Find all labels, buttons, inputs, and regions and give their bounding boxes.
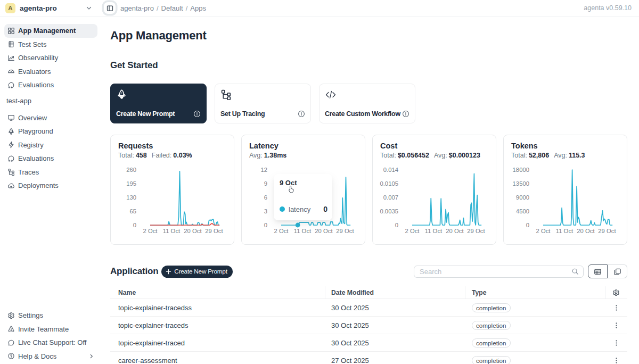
svg-text:0: 0: [395, 222, 398, 228]
type-cell: completion: [465, 321, 605, 330]
chart-card-cost: CostTotal:$0.056452Avg:$0.00012300.00350…: [372, 135, 496, 245]
row-menu-button[interactable]: [613, 322, 620, 329]
sidebar-item-settings[interactable]: Settings: [4, 309, 97, 322]
search-icon[interactable]: [571, 268, 579, 275]
table-row[interactable]: topic-explainer-traced30 Oct 2025complet…: [110, 334, 627, 352]
get-started-card-create-new-prompt[interactable]: Create New Prompt: [110, 84, 207, 123]
info-icon[interactable]: [193, 110, 201, 118]
svg-text:0: 0: [133, 222, 136, 228]
app-name-cell[interactable]: topic-explainer-tracedss: [110, 304, 325, 312]
type-tag: completion: [472, 303, 511, 312]
create-new-prompt-button[interactable]: Create New Prompt: [161, 266, 232, 278]
type-cell: completion: [465, 338, 605, 348]
topbar: agenta-pro/ Default/ Apps agenta v0.59.1…: [99, 0, 639, 16]
sidebar-footer-menu: SettingsInvite TeammateLive Chat Support…: [4, 309, 97, 363]
get-started-card-label: Set Up Tracing: [220, 110, 265, 118]
svg-text:0.0035: 0.0035: [380, 208, 398, 214]
sidebar-item-test-sets[interactable]: Test Sets: [4, 38, 97, 52]
testsets-icon: [7, 40, 15, 48]
sidebar-item-label: Observability: [18, 54, 58, 62]
column-header-type[interactable]: Type: [465, 289, 605, 296]
chart-tooltip: 9 Octlatency0: [274, 174, 332, 220]
breadcrumb-project[interactable]: Default: [161, 4, 183, 12]
sidebar-item-registry[interactable]: Registry: [4, 138, 97, 152]
tooltip-series-name: latency: [289, 205, 320, 213]
sidebar-item-playground[interactable]: Playground: [4, 125, 97, 138]
date-modified-cell: 27 Oct 2025: [325, 357, 465, 364]
table-body: topic-explainer-tracedss30 Oct 2025compl…: [110, 299, 627, 364]
breadcrumb-page[interactable]: Apps: [190, 4, 206, 12]
svg-text:2 Oct: 2 Oct: [274, 228, 289, 234]
sidebar-item-help-docs[interactable]: Help & Docs: [4, 350, 97, 363]
sidebar-item-traces[interactable]: Traces: [4, 166, 97, 179]
info-icon[interactable]: [298, 110, 305, 118]
workspace-avatar: A: [5, 3, 15, 13]
app-name-cell[interactable]: topic-explainer-traced: [110, 339, 325, 347]
tooltip-series-row: latency0: [280, 205, 327, 213]
table-row[interactable]: career-assessment27 Oct 2025completion: [110, 352, 627, 364]
type-cell: completion: [465, 303, 605, 312]
svg-text:4500: 4500: [516, 208, 529, 214]
sidebar-collapse-button[interactable]: [104, 2, 116, 14]
table-row[interactable]: topic-explainer-traceds30 Oct 2025comple…: [110, 317, 627, 334]
tooltip-series-value: 0: [323, 205, 327, 213]
svg-text:0.007: 0.007: [383, 194, 398, 201]
svg-text:11 Oct: 11 Oct: [163, 228, 181, 234]
table-settings-gear-icon[interactable]: [612, 289, 620, 296]
svg-text:0: 0: [264, 222, 267, 228]
chart-plot-tokens[interactable]: 04500900013500180002 Oct11 Oct20 Oct29 O…: [504, 135, 628, 244]
date-modified-cell: 30 Oct 2025: [325, 339, 465, 347]
table-view-button[interactable]: [588, 264, 608, 278]
sidebar-item-label: Registry: [18, 141, 44, 149]
svg-text:20 Oct: 20 Oct: [446, 228, 464, 234]
sidebar-item-invite-teammate[interactable]: Invite Teammate: [4, 322, 97, 336]
column-header-date[interactable]: Date Modified: [325, 289, 465, 296]
sidebar-item-label: Help & Docs: [18, 352, 56, 360]
svg-text:18000: 18000: [513, 167, 529, 173]
sidebar-item-observability[interactable]: Observability: [4, 51, 97, 65]
info-icon[interactable]: [402, 110, 409, 118]
sidebar-item-overview[interactable]: Overview: [4, 111, 97, 125]
mouse-cursor-icon: [287, 185, 296, 194]
app-name-cell[interactable]: career-assessment: [110, 357, 325, 364]
svg-text:195: 195: [126, 180, 136, 187]
sidebar-item-app-management[interactable]: App Management: [4, 24, 97, 38]
type-tag: completion: [472, 321, 511, 330]
card-view-button[interactable]: [608, 264, 627, 278]
sidebar-item-deployments[interactable]: Deployments: [4, 179, 97, 193]
sidebar-item-label: Evaluators: [18, 68, 51, 76]
sidebar-item-evaluators[interactable]: Evaluators: [4, 65, 97, 79]
table-row[interactable]: topic-explainer-tracedss30 Oct 2025compl…: [110, 299, 627, 317]
code-icon: [325, 89, 337, 101]
get-started-cards: Create New PromptSet Up TracingCreate Cu…: [110, 84, 415, 123]
get-started-card-set-up-tracing[interactable]: Set Up Tracing: [215, 84, 311, 123]
sidebar-item-label: Overview: [18, 114, 47, 122]
table-header: Name Date Modified Type: [110, 286, 627, 299]
sidebar-item-evaluations[interactable]: Evaluations: [4, 78, 97, 92]
svg-text:20 Oct: 20 Oct: [577, 228, 595, 234]
svg-text:0.0105: 0.0105: [380, 180, 398, 187]
app-name-cell[interactable]: topic-explainer-traceds: [110, 321, 325, 329]
breadcrumb-workspace[interactable]: agenta-pro: [120, 4, 154, 12]
row-menu-button[interactable]: [613, 357, 620, 364]
sidebar-item-live-chat-support-off[interactable]: Live Chat Support: Off: [4, 336, 97, 350]
chart-plot-requests[interactable]: 0651301952602 Oct11 Oct20 Oct29 Oct: [111, 135, 235, 244]
sidebar-body: App ManagementTest SetsObservabilityEval…: [0, 16, 99, 364]
svg-text:13500: 13500: [513, 180, 529, 187]
row-menu-button[interactable]: [613, 340, 620, 346]
workspace-selector[interactable]: A agenta-pro: [0, 0, 99, 16]
row-menu-button[interactable]: [613, 304, 620, 311]
sidebar-item-evaluations[interactable]: Evaluations: [4, 152, 97, 166]
column-header-name[interactable]: Name: [110, 289, 325, 296]
sidebar: A agenta-pro App ManagementTest SetsObse…: [0, 0, 99, 364]
row-actions-cell: [605, 357, 627, 364]
search-input[interactable]: [420, 268, 571, 276]
type-tag: completion: [472, 356, 511, 364]
sidebar-item-label: Evaluations: [18, 154, 54, 162]
column-separator: [465, 286, 465, 299]
get-started-card-label: Create Custom Workflow: [325, 110, 400, 118]
chart-plot-cost[interactable]: 00.00350.0070.01050.0142 Oct11 Oct20 Oct…: [373, 135, 497, 244]
tree-icon: [7, 168, 15, 176]
get-started-card-create-custom-workflow[interactable]: Create Custom Workflow: [319, 84, 415, 123]
sidebar-item-label: Settings: [18, 311, 43, 319]
